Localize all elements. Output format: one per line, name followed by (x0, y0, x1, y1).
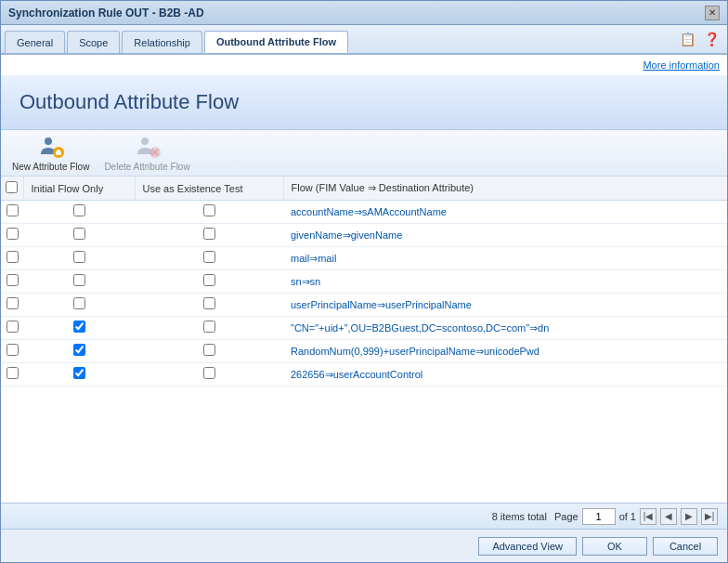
row-select-cell (1, 294, 23, 317)
existence-test-cell (135, 224, 283, 247)
initial-flow-checkbox[interactable] (73, 251, 85, 263)
row-select-checkbox[interactable] (6, 204, 19, 216)
initial-flow-checkbox[interactable] (73, 344, 85, 356)
row-select-checkbox[interactable] (6, 297, 19, 309)
flow-value-cell: RandomNum(0,999)+userPrincipalName⇒unico… (283, 340, 727, 363)
more-info-bar: More information (1, 55, 727, 75)
flow-value-cell: givenName⇒givenName (283, 224, 727, 247)
page-navigation: Page of 1 |◀ ◀ ▶ ▶| (554, 508, 718, 525)
cancel-button[interactable]: Cancel (653, 537, 718, 556)
prev-page-button[interactable]: ◀ (660, 508, 677, 525)
existence-test-cell (135, 317, 283, 340)
row-select-cell (1, 340, 23, 363)
flow-value-cell: sn⇒sn (283, 270, 727, 294)
attribute-flow-table-container: Initial Flow Only Use as Existence Test … (1, 177, 727, 503)
ok-button[interactable]: OK (582, 537, 647, 556)
delete-attribute-flow-button[interactable]: Delete Attribute Flow (104, 134, 189, 172)
page-header: Outbound Attribute Flow (1, 75, 727, 130)
page-title: Outbound Attribute Flow (20, 90, 708, 114)
existence-test-cell (135, 247, 283, 270)
table-row: 262656⇒userAccountControl (1, 363, 727, 386)
row-select-checkbox[interactable] (6, 344, 19, 356)
header-existence-test: Use as Existence Test (135, 177, 283, 201)
last-page-button[interactable]: ▶| (701, 508, 718, 525)
existence-test-checkbox[interactable] (203, 321, 215, 333)
row-select-checkbox[interactable] (6, 367, 19, 379)
existence-test-checkbox[interactable] (203, 367, 215, 379)
first-page-button[interactable]: |◀ (640, 508, 656, 525)
row-select-cell (1, 247, 23, 270)
flow-link[interactable]: mail⇒mail (291, 253, 336, 264)
delete-attribute-flow-icon (135, 134, 161, 160)
svg-point-4 (141, 137, 149, 145)
help-icon[interactable]: ❓ (701, 29, 722, 49)
row-select-checkbox[interactable] (6, 274, 19, 286)
close-button[interactable]: ✕ (705, 6, 720, 20)
select-all-checkbox[interactable] (6, 181, 18, 193)
flow-link[interactable]: "CN="+uid+",OU=B2BGuest,DC=scontoso,DC=c… (291, 322, 549, 334)
flow-link[interactable]: sn⇒sn (291, 276, 320, 287)
row-select-cell (1, 270, 23, 294)
existence-test-checkbox[interactable] (203, 204, 215, 216)
existence-test-checkbox[interactable] (203, 274, 215, 286)
existence-test-cell (135, 270, 283, 294)
flow-link[interactable]: userPrincipalName⇒userPrincipalName (291, 299, 472, 310)
flow-link[interactable]: RandomNum(0,999)+userPrincipalName⇒unico… (291, 346, 540, 357)
initial-flow-checkbox[interactable] (73, 367, 85, 379)
new-attribute-flow-label: New Attribute Flow (12, 162, 89, 172)
flow-value-cell: userPrincipalName⇒userPrincipalName (283, 294, 727, 317)
initial-flow-cell (23, 363, 135, 386)
initial-flow-checkbox[interactable] (73, 274, 85, 286)
initial-flow-checkbox[interactable] (73, 321, 85, 333)
svg-point-0 (45, 137, 52, 145)
new-attribute-flow-icon (38, 134, 64, 160)
flow-link[interactable]: 262656⇒userAccountControl (291, 369, 422, 380)
book-icon[interactable]: 📋 (677, 29, 697, 49)
content-area: More information Outbound Attribute Flow (1, 55, 727, 529)
header-initial-flow: Initial Flow Only (23, 177, 135, 201)
initial-flow-checkbox[interactable] (73, 228, 85, 240)
row-select-checkbox[interactable] (6, 251, 19, 263)
attribute-flow-table: Initial Flow Only Use as Existence Test … (1, 177, 727, 386)
window-title: Synchronization Rule OUT - B2B -AD (8, 7, 204, 20)
existence-test-checkbox[interactable] (203, 344, 215, 356)
initial-flow-checkbox[interactable] (73, 204, 85, 216)
row-select-cell (1, 363, 23, 386)
status-bar: 8 items total Page of 1 |◀ ◀ ▶ ▶| (1, 503, 727, 529)
flow-link[interactable]: accountName⇒sAMAccountName (291, 206, 447, 217)
existence-test-checkbox[interactable] (203, 297, 215, 309)
flow-link[interactable]: givenName⇒givenName (291, 229, 402, 241)
tab-relationship[interactable]: Relationship (122, 31, 202, 53)
flow-value-cell: 262656⇒userAccountControl (283, 363, 727, 386)
existence-test-cell (135, 201, 283, 224)
flow-value-cell: mail⇒mail (283, 247, 727, 270)
initial-flow-checkbox[interactable] (73, 297, 85, 309)
flow-value-cell: accountName⇒sAMAccountName (283, 201, 727, 224)
page-number-input[interactable] (582, 508, 616, 525)
tab-general[interactable]: General (5, 31, 65, 53)
page-label: Page (554, 511, 578, 522)
header-select-all-cell (1, 177, 23, 201)
tab-outbound-attribute-flow[interactable]: Outbound Attribute Flow (204, 31, 348, 53)
tab-scope[interactable]: Scope (67, 31, 120, 53)
row-select-cell (1, 201, 23, 224)
existence-test-checkbox[interactable] (203, 228, 215, 240)
items-total-label: 8 items total (492, 511, 547, 522)
new-attribute-flow-button[interactable]: New Attribute Flow (12, 134, 89, 172)
footer-bar: Advanced View OK Cancel (1, 529, 727, 562)
svg-rect-3 (56, 151, 61, 155)
next-page-button[interactable]: ▶ (681, 508, 697, 525)
table-header-row: Initial Flow Only Use as Existence Test … (1, 177, 727, 201)
table-body: accountName⇒sAMAccountNamegivenName⇒give… (1, 201, 727, 386)
initial-flow-cell (23, 201, 135, 224)
row-select-checkbox[interactable] (6, 321, 19, 333)
flow-value-cell: "CN="+uid+",OU=B2BGuest,DC=scontoso,DC=c… (283, 317, 727, 340)
toolbar: New Attribute Flow Delete Attribute Flow (1, 130, 727, 177)
main-window: Synchronization Rule OUT - B2B -AD ✕ Gen… (0, 0, 728, 563)
advanced-view-button[interactable]: Advanced View (478, 537, 577, 556)
existence-test-cell (135, 363, 283, 386)
initial-flow-cell (23, 340, 135, 363)
more-information-link[interactable]: More information (643, 59, 720, 71)
existence-test-checkbox[interactable] (203, 251, 215, 263)
row-select-checkbox[interactable] (6, 228, 19, 240)
